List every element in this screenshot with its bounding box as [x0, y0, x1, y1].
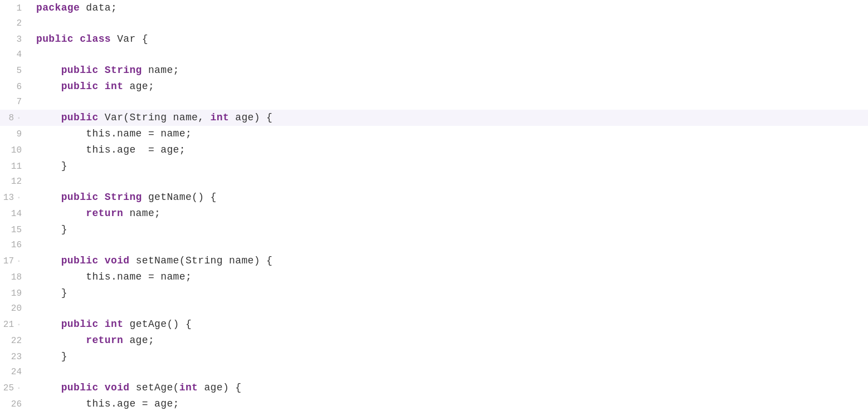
- code-line-9: 9 this.name = name;: [0, 126, 868, 142]
- code-line-8: 8◦ public Var(String name, int age) {: [0, 110, 868, 126]
- line-num-text: 19: [11, 287, 22, 300]
- code-content-19: }: [31, 286, 868, 301]
- code-content-11: }: [31, 159, 868, 174]
- line-number-3: 3: [0, 33, 31, 46]
- line-num-text: 24: [11, 365, 22, 379]
- line-number-25: 25◦: [0, 381, 31, 395]
- line-number-23: 23: [0, 350, 31, 364]
- code-line-20: 20: [0, 301, 868, 316]
- line-number-9: 9: [0, 128, 31, 141]
- code-content-13: public String getName() {: [31, 190, 868, 205]
- line-number-10: 10: [0, 144, 31, 157]
- code-line-25: 25◦ public void setAge(int age) {: [0, 380, 868, 396]
- line-num-text: 6: [16, 80, 22, 94]
- line-number-22: 22: [0, 334, 31, 348]
- code-line-4: 4: [0, 47, 868, 62]
- line-num-text: 12: [11, 175, 22, 188]
- line-num-text: 25: [3, 381, 14, 395]
- line-num-text: 1: [16, 2, 22, 15]
- line-num-text: 26: [11, 398, 22, 411]
- line-num-text: 3: [16, 33, 22, 46]
- code-line-1: 1package data;: [0, 0, 868, 16]
- code-line-26: 26 this.age = age;: [0, 396, 868, 411]
- code-content-15: }: [31, 222, 868, 237]
- code-line-6: 6 public int age;: [0, 79, 868, 95]
- line-num-text: 20: [11, 302, 22, 315]
- line-num-text: 10: [11, 144, 22, 157]
- line-num-text: 9: [16, 128, 22, 141]
- line-number-17: 17◦: [0, 255, 31, 268]
- code-content-10: this.age = age;: [31, 143, 868, 158]
- line-num-text: 14: [11, 207, 22, 221]
- line-number-4: 4: [0, 48, 31, 61]
- fold-icon-13[interactable]: ◦: [16, 195, 22, 200]
- line-num-text: 17: [3, 255, 14, 268]
- code-line-12: 12: [0, 174, 868, 189]
- code-content-3: public class Var {: [31, 32, 868, 47]
- code-line-18: 18 this.name = name;: [0, 269, 868, 285]
- line-num-text: 16: [11, 238, 22, 252]
- code-line-15: 15 }: [0, 222, 868, 238]
- code-content-1: package data;: [31, 1, 868, 16]
- code-content-23: }: [31, 349, 868, 364]
- fold-icon-25[interactable]: ◦: [16, 385, 22, 391]
- code-line-11: 11 }: [0, 158, 868, 174]
- code-line-21: 21◦ public int getAge() {: [0, 316, 868, 332]
- line-num-text: 4: [16, 48, 22, 61]
- line-number-11: 11: [0, 160, 31, 173]
- line-num-text: 15: [11, 223, 22, 237]
- code-line-5: 5 public String name;: [0, 62, 868, 79]
- line-number-15: 15: [0, 223, 31, 237]
- code-content-26: this.age = age;: [31, 397, 868, 411]
- line-number-8: 8◦: [0, 111, 31, 125]
- code-line-23: 23 }: [0, 349, 868, 365]
- code-editor: 1package data;23public class Var {45 pub…: [0, 0, 868, 411]
- line-number-20: 20: [0, 302, 31, 315]
- line-number-2: 2: [0, 17, 31, 30]
- line-number-6: 6: [0, 80, 31, 94]
- code-line-16: 16: [0, 238, 868, 253]
- line-number-13: 13◦: [0, 191, 31, 204]
- line-num-text: 11: [11, 160, 22, 173]
- line-number-24: 24: [0, 365, 31, 379]
- code-line-17: 17◦ public void setName(String name) {: [0, 253, 868, 269]
- line-num-text: 5: [16, 64, 22, 77]
- code-content-17: public void setName(String name) {: [31, 253, 868, 268]
- fold-icon-8[interactable]: ◦: [16, 115, 22, 121]
- code-line-10: 10 this.age = age;: [0, 142, 868, 158]
- line-num-text: 7: [16, 95, 22, 109]
- code-line-22: 22 return age;: [0, 332, 868, 349]
- line-number-18: 18: [0, 271, 31, 284]
- line-number-21: 21◦: [0, 318, 31, 331]
- code-line-3: 3public class Var {: [0, 31, 868, 47]
- line-number-19: 19: [0, 287, 31, 300]
- fold-icon-17[interactable]: ◦: [16, 258, 22, 264]
- line-num-text: 13: [3, 191, 14, 204]
- line-num-text: 2: [16, 17, 22, 30]
- code-line-19: 19 }: [0, 285, 868, 301]
- line-number-14: 14: [0, 207, 31, 221]
- code-line-24: 24: [0, 365, 868, 380]
- code-content-8: public Var(String name, int age) {: [31, 110, 868, 125]
- line-number-5: 5: [0, 64, 31, 77]
- code-content-18: this.name = name;: [31, 270, 868, 285]
- line-number-12: 12: [0, 175, 31, 188]
- line-number-1: 1: [0, 2, 31, 15]
- fold-icon-21[interactable]: ◦: [16, 322, 22, 327]
- code-content-14: return name;: [31, 206, 868, 221]
- code-content-21: public int getAge() {: [31, 317, 868, 332]
- code-line-14: 14 return name;: [0, 206, 868, 222]
- code-content-22: return age;: [31, 333, 868, 348]
- code-content-25: public void setAge(int age) {: [31, 380, 868, 395]
- line-num-text: 18: [11, 271, 22, 284]
- code-content-5: public String name;: [31, 63, 868, 78]
- line-num-text: 21: [3, 318, 14, 331]
- line-num-text: 22: [11, 334, 22, 348]
- code-line-7: 7: [0, 95, 868, 110]
- line-number-7: 7: [0, 95, 31, 109]
- code-content-6: public int age;: [31, 79, 868, 94]
- code-content-9: this.name = name;: [31, 126, 868, 141]
- line-number-16: 16: [0, 238, 31, 252]
- line-number-26: 26: [0, 398, 31, 411]
- line-num-text: 8: [8, 111, 14, 125]
